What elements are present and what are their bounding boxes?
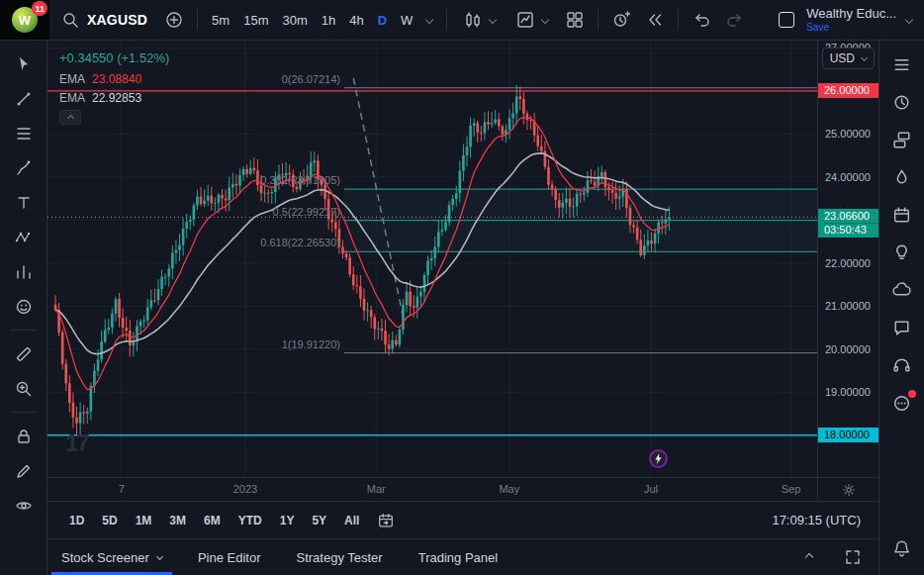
range-button[interactable]: All — [336, 510, 367, 531]
panel-maximize-button[interactable] — [841, 545, 865, 569]
support-button[interactable] — [885, 349, 919, 382]
chevron-down-icon — [489, 16, 497, 24]
tool-fib-retracement[interactable] — [7, 118, 41, 148]
ideas-button[interactable] — [885, 237, 919, 269]
notifications-button[interactable] — [885, 532, 919, 565]
clock-utc[interactable]: 17:09:15 (UTC) — [772, 513, 865, 527]
chat-bubble-icon — [891, 318, 912, 338]
timeframe-button[interactable]: 4h — [342, 6, 370, 34]
timeframe-button[interactable]: 15m — [236, 6, 275, 34]
range-button[interactable]: 6M — [196, 510, 229, 531]
tab-label: Strategy Tester — [296, 550, 382, 565]
chart-column: +0.34550 (+1.52%) EMA 23.08840 EMA 22.92… — [47, 41, 878, 575]
indicator-ema-slow[interactable]: EMA 22.92853 — [59, 91, 169, 105]
chevron-down-icon — [861, 53, 868, 60]
indicators-button[interactable] — [507, 4, 557, 36]
chart-plot-area[interactable]: +0.34550 (+1.52%) EMA 23.08840 EMA 22.92… — [47, 41, 817, 477]
range-button[interactable]: 5D — [94, 510, 125, 531]
save-button[interactable]: Save — [806, 22, 829, 34]
range-button[interactable]: 5Y — [304, 510, 334, 531]
tool-edit[interactable] — [7, 455, 41, 486]
tool-trend-line[interactable] — [7, 83, 41, 114]
tab-pine-editor[interactable]: Pine Editor — [198, 539, 261, 575]
cursor-icon — [14, 54, 34, 74]
cloud-icon — [891, 280, 912, 301]
tool-brush[interactable] — [7, 152, 41, 183]
tool-emoji[interactable] — [7, 291, 41, 322]
currency-select[interactable]: USD — [822, 48, 875, 69]
tab-trading-panel[interactable]: Trading Panel — [418, 539, 498, 575]
tool-eye[interactable] — [7, 490, 41, 521]
zoom-icon — [14, 379, 34, 399]
compare-add-button[interactable] — [158, 4, 190, 36]
axis-settings-button[interactable] — [817, 478, 878, 501]
time-axis-label: Jul — [644, 483, 658, 495]
tool-forecast[interactable] — [7, 256, 41, 287]
layout-menu-button[interactable] — [902, 4, 924, 36]
layout-grid-button[interactable] — [559, 4, 591, 36]
tool-text[interactable] — [7, 187, 41, 218]
tab-label: Stock Screener — [61, 550, 149, 565]
chevron-down-icon — [156, 552, 163, 559]
timeframe-button[interactable]: D — [371, 6, 394, 34]
notification-dot — [908, 390, 916, 398]
private-chat-button[interactable] — [885, 312, 919, 344]
indicator-value: 23.08840 — [92, 72, 141, 86]
goto-date-button[interactable] — [377, 512, 395, 529]
timeframe-button[interactable]: 1h — [315, 6, 342, 34]
saved-layout-button[interactable]: Wealthy Educ... Save — [802, 7, 900, 33]
timeframe-button[interactable]: W — [394, 6, 419, 34]
layout-select-button[interactable] — [773, 4, 800, 36]
price-tick: 24.00000 — [825, 171, 871, 183]
watchlist-button[interactable] — [885, 48, 919, 81]
range-button[interactable]: 1M — [128, 510, 160, 531]
range-button[interactable]: 3M — [161, 510, 194, 531]
symbol-search-button[interactable]: XAGUSD — [51, 4, 156, 36]
tab-strategy-tester[interactable]: Strategy Tester — [296, 539, 382, 575]
time-axis-labels: 72023MarMayJulSep — [47, 478, 817, 501]
streams-button[interactable] — [885, 387, 919, 420]
redo-button[interactable] — [719, 4, 751, 36]
tool-lock[interactable] — [7, 421, 41, 451]
undo-button[interactable] — [686, 4, 717, 36]
timeframe-button[interactable]: 5m — [205, 6, 236, 34]
drawing-toolbar — [0, 41, 47, 575]
hotlists-button[interactable] — [885, 161, 919, 194]
price-tick: 22.00000 — [825, 257, 871, 269]
account-logo[interactable]: W 11 — [0, 0, 49, 40]
tool-measure[interactable] — [7, 338, 41, 369]
divider — [197, 9, 198, 31]
panel-expand-button[interactable] — [797, 545, 821, 569]
range-button[interactable]: 1Y — [272, 510, 303, 531]
legend-collapse-button[interactable] — [59, 110, 81, 125]
alert-price-label: 26.00000 — [818, 83, 878, 98]
time-axis-label: May — [499, 483, 519, 495]
alert-clock-icon — [611, 10, 631, 30]
bottom-panel-tabs: Stock Screener Pine Editor Strategy Test… — [47, 538, 878, 575]
create-alert-button[interactable] — [605, 4, 637, 36]
chart-style-button[interactable] — [454, 4, 505, 36]
range-button[interactable]: 1D — [61, 510, 92, 531]
divider — [598, 9, 599, 31]
range-button[interactable]: YTD — [231, 510, 270, 531]
tool-xabcd-pattern[interactable] — [7, 222, 41, 252]
indicators-icon — [515, 10, 535, 30]
alerts-button[interactable] — [885, 86, 919, 119]
timeframe-button[interactable]: 30m — [275, 6, 314, 34]
indicator-ema-fast[interactable]: EMA 23.08840 — [59, 72, 169, 86]
public-chat-button[interactable] — [885, 274, 919, 307]
text-icon — [14, 193, 34, 213]
chart-row: +0.34550 (+1.52%) EMA 23.08840 EMA 22.92… — [47, 41, 878, 477]
tool-zoom[interactable] — [7, 373, 41, 404]
tab-stock-screener[interactable]: Stock Screener — [61, 539, 162, 575]
object-tree-button[interactable] — [885, 124, 919, 156]
event-marker[interactable] — [649, 449, 668, 468]
bar-replay-button[interactable] — [639, 4, 671, 36]
time-axis[interactable]: 72023MarMayJulSep — [47, 477, 878, 501]
tool-cursor[interactable] — [7, 48, 41, 79]
top-toolbar: W 11 XAGUSD 5m 15m 30m 1h 4h D W — [0, 0, 924, 41]
timeframe-dropdown-button[interactable] — [419, 6, 439, 34]
calendar-button[interactable] — [885, 199, 919, 232]
price-axis[interactable]: 27.0000025.0000024.0000022.0000021.00000… — [817, 41, 878, 477]
gear-icon — [841, 482, 857, 498]
